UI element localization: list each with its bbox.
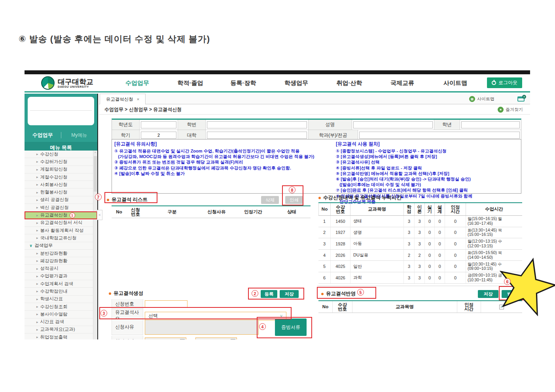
period-end-input[interactable] (195, 337, 237, 339)
notice-line: ([발송]이후에는 데이터 수정 및 삭제 불가) (336, 182, 519, 187)
sidebar-item[interactable]: 계절희망신청 (25, 166, 97, 173)
annotation-circle-1: 1 (70, 213, 75, 218)
sidebar-item[interactable]: 성적공시 (25, 265, 97, 272)
sidebar-scrollbar[interactable]: ^ (93, 151, 97, 339)
chevron-right-icon (36, 274, 38, 278)
scroll-up-icon[interactable]: ^ (93, 151, 97, 155)
sidebar-item[interactable]: 수강신청 (25, 151, 97, 158)
cell-credits: 3 (403, 238, 414, 249)
nav-item[interactable]: 학적·졸업 (164, 74, 217, 91)
sidebar-tab-mymenu[interactable]: My메뉴 (61, 132, 98, 139)
sidebar-item[interactable]: 수업평가결과 (25, 273, 97, 280)
delete-button[interactable]: 삭제 (261, 196, 279, 204)
logout-button[interactable]: 로그아웃 (487, 77, 522, 88)
cell-course-no: 4025 (330, 261, 350, 272)
calendar-icon[interactable] (180, 339, 185, 339)
sidebar-item[interactable]: 계절수강신청 (25, 173, 97, 181)
sidebar-item[interactable]: 수강신청조회 (25, 303, 97, 311)
table-row: 2 1927 생명 3 3 0 0 0 화(13:30~14:45) 목(15:… (318, 227, 522, 239)
reqno-row: 신청번호 (112, 299, 317, 309)
tab-absence-request[interactable]: 유고결석신청 × (100, 94, 146, 104)
period-start-input[interactable] (145, 337, 186, 339)
grade-input[interactable] (461, 121, 520, 128)
evidence-button[interactable]: 증빙서류 (275, 318, 307, 336)
column-header: No (318, 301, 332, 313)
cell-no: 1 (318, 216, 330, 227)
cell-class-time: 금(09:00~10:15) 금(10:30~11:45) (466, 272, 522, 283)
sidebar-item[interactable]: 수강학점안내 (25, 288, 97, 295)
sidebar-item[interactable]: 취업정보출력 (25, 334, 97, 339)
reflect-save-button[interactable]: 저장 (478, 290, 498, 298)
nav-item[interactable]: 국제교류 (376, 74, 429, 91)
sidebar-item[interactable]: 유고결석신청 1 (25, 211, 97, 219)
print-button[interactable]: 인쇄 (285, 196, 303, 204)
sidebar-item[interactable]: 생리 공결신청 (25, 196, 97, 204)
sitemap-icon: ▦ (469, 96, 475, 102)
tab-close-icon[interactable]: × (137, 97, 139, 102)
select-all-checkbox[interactable]: ✓ (499, 305, 504, 309)
studentno-input[interactable] (207, 121, 307, 128)
sidebar-item[interactable]: 봉사 활동계획서 작성 (25, 227, 97, 234)
chevron-right-icon (36, 221, 38, 225)
chevron-right-icon (36, 160, 38, 164)
sidebar-item[interactable]: 헌혈봉사신청 (25, 188, 97, 196)
chevron-right-icon (36, 297, 38, 301)
send-button[interactable]: 발송 (502, 290, 522, 298)
sidebar-item[interactable]: 시간표 검색 (25, 318, 97, 326)
nav-item[interactable]: 학생업무 (270, 74, 323, 91)
nav-item[interactable]: 취업·산학 (323, 74, 376, 91)
sidebar-item[interactable]: 수강허가신청 (25, 158, 97, 166)
term-input[interactable] (141, 132, 176, 139)
register-button[interactable]: 등록 (261, 290, 277, 298)
sidebar-item[interactable]: 교과목개요(교과) (25, 326, 97, 334)
column-header: 인정 시간 (445, 203, 466, 215)
sidebar-item[interactable]: 봉사이수열람 (25, 311, 97, 318)
chevron-right-icon (36, 335, 38, 339)
create-save-button[interactable]: 저장 (280, 290, 299, 298)
cell-course-name: 생태 (350, 216, 403, 227)
chevron-right-icon (36, 213, 38, 217)
reqno-input[interactable] (145, 300, 188, 308)
app-window: 대구대학교 DAEGU UNIVERSITY 수업업무 학적·졸업 등록·장학 … (25, 70, 530, 339)
notice-line: ④ [발송]이후 날짜 수정 및 취소 불가 (114, 171, 333, 176)
chevron-right-icon (36, 205, 38, 209)
nav-item[interactable]: 사이트맵 (429, 74, 482, 91)
sidebar-collapse-handle[interactable]: < (97, 210, 102, 220)
calendar-icon[interactable] (231, 339, 235, 339)
sidebar-item[interactable]: 폐강강좌현황 (25, 257, 97, 265)
cell-practice: 0 (424, 261, 434, 272)
notice-line: ② [유고결석생성]메뉴에서 [등록]버튼 클릭 후 [저장] (336, 154, 519, 159)
college-input[interactable] (207, 132, 307, 139)
sidebar-item[interactable]: 국내학점교류신청 (25, 234, 97, 242)
cell-credits: 3 (403, 261, 414, 272)
favorite-button[interactable]: ★ 즐겨찾기 (498, 104, 523, 115)
reason-row: 유고결석사유 선택 ∨ (112, 309, 317, 319)
sidebar-item[interactable]: 분반강좌현황 (25, 250, 97, 257)
section-bullet-icon (107, 199, 109, 201)
close-window-icon[interactable] (517, 96, 525, 102)
sidebar-item[interactable]: 학생시간표 (25, 296, 97, 303)
name-input[interactable] (353, 121, 433, 128)
sidebar-item[interactable]: 사회봉사신청 (25, 181, 97, 188)
table-row: 1 1450 생태 3 3 0 0 0 월(15:00~16:15) 월(16:… (318, 216, 522, 227)
sidebar-item[interactable]: 수업계획서 검색 (25, 280, 97, 288)
dept-input[interactable] (359, 132, 520, 139)
column-header: 교과목명 (350, 203, 403, 215)
detail-textarea[interactable] (145, 320, 259, 335)
sidebar-tab-main[interactable]: 수업업무 (25, 132, 61, 139)
sidebar-item[interactable]: 유고결석신청서 서식 (25, 219, 97, 227)
sitemap-link[interactable]: ▦ 사이트맵 (469, 96, 494, 102)
chevron-down-icon: ∨ (280, 313, 283, 318)
scrollbar-thumb[interactable] (94, 156, 97, 192)
document-tab-bar: 유고결석신청 × ▦ 사이트맵 (99, 94, 530, 104)
top-nav: 수업업무 학적·졸업 등록·장학 학생업무 취업·산학 국제교류 사이트맵 (111, 74, 482, 91)
year-input[interactable] (141, 121, 176, 128)
sidebar-item[interactable]: 백신 공결신청 (25, 204, 97, 211)
cell-theory: 3 (414, 272, 424, 283)
nav-item[interactable]: 등록·장학 (217, 74, 270, 91)
sidebar-item[interactable]: 검색업무 (25, 242, 97, 250)
nav-item[interactable]: 수업업무 (111, 74, 164, 91)
chevron-right-icon (36, 198, 38, 202)
cell-design: 0 (434, 216, 445, 227)
column-header: 수업시간 (466, 203, 522, 215)
